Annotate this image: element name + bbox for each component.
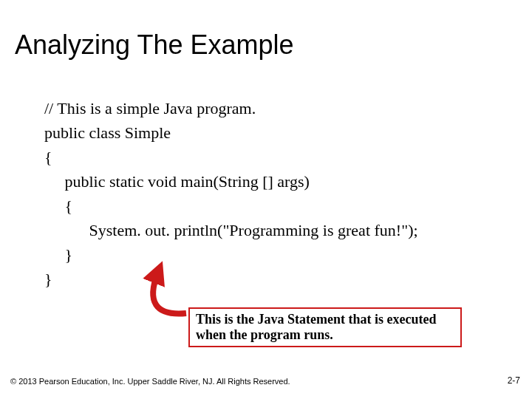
callout-box: This is the Java Statement that is execu…: [188, 307, 462, 347]
code-line: {: [44, 145, 418, 169]
slide: Analyzing The Example // This is a simpl…: [0, 0, 532, 399]
code-line: public static void main(String [] args): [44, 169, 418, 194]
slide-title: Analyzing The Example: [15, 30, 294, 61]
code-line: // This is a simple Java program.: [44, 96, 418, 120]
page-number: 2-7: [508, 375, 520, 386]
code-line: {: [44, 194, 418, 218]
code-line: public class Simple: [44, 120, 418, 145]
code-example: // This is a simple Java program. public…: [44, 96, 418, 291]
callout-arrow-icon: [140, 265, 192, 316]
code-line: System. out. println("Programming is gre…: [44, 218, 418, 242]
code-line: }: [44, 267, 418, 291]
code-line: }: [44, 242, 418, 267]
copyright-footer: © 2013 Pearson Education, Inc. Upper Sad…: [10, 377, 290, 386]
